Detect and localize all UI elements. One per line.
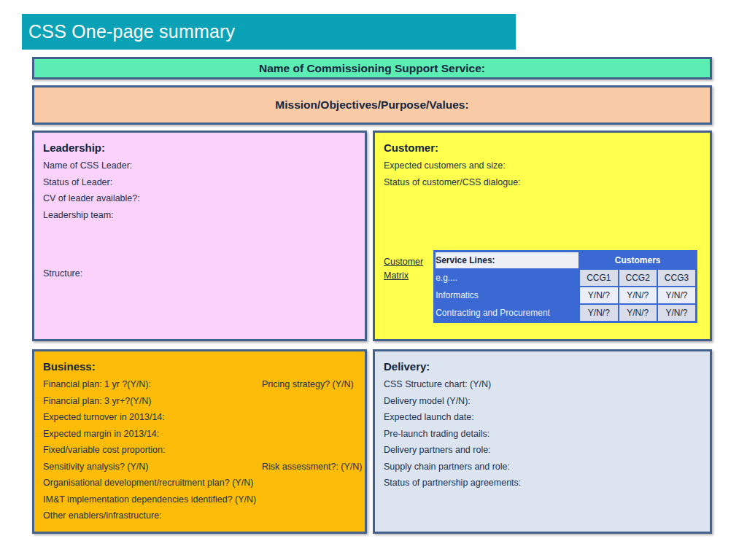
business-field: Fixed/variable cost proportion: — [43, 445, 165, 455]
delivery-field: Delivery partners and role: — [384, 442, 701, 459]
business-field: Sensitivity analysis? (Y/N) — [43, 462, 149, 472]
business-field: IM&T implementation dependencies identif… — [43, 494, 256, 505]
delivery-field: Supply chain partners and role: — [384, 459, 701, 475]
slide-canvas: CSS One-page summary Name of Commissioni… — [0, 0, 747, 560]
matrix-cell: Y/N/? — [619, 305, 657, 321]
business-row: Financial plan: 1 yr ?(Y/N): Pricing str… — [43, 376, 356, 393]
business-row: IM&T implementation dependencies identif… — [43, 491, 356, 508]
matrix-service-lines-header: Service Lines: — [436, 252, 578, 268]
business-row: Financial plan: 3 yr+?(Y/N) — [43, 393, 356, 410]
leadership-title: Leadership: — [43, 139, 356, 158]
matrix-row-label: Contracting and Procurement — [436, 305, 578, 321]
customer-field: Status of customer/CSS dialogue: — [384, 174, 701, 191]
matrix-cell: CCG1 — [580, 270, 617, 286]
mission-label: Mission/Objectives/Purpose/Values: — [275, 98, 468, 112]
business-field: Financial plan: 3 yr+?(Y/N) — [43, 396, 151, 406]
table-row: Informatics Y/N/? Y/N/? Y/N/? — [436, 287, 695, 303]
delivery-field: Expected launch date: — [384, 409, 701, 426]
business-title: Business: — [43, 357, 356, 376]
business-field: Organisational development/recruitment p… — [43, 478, 253, 488]
delivery-title: Delivery: — [384, 357, 701, 376]
leadership-field: Status of Leader: — [43, 174, 356, 191]
business-row: Organisational development/recruitment p… — [43, 475, 356, 491]
leadership-panel: Leadership: Name of CSS Leader: Status o… — [32, 131, 367, 341]
customer-matrix-section: Customer Matrix Service Lines: Customers… — [384, 250, 704, 323]
matrix-row-label: e.g.... — [436, 270, 578, 286]
matrix-cell: Y/N/? — [580, 305, 617, 321]
matrix-cell: Y/N/? — [658, 305, 695, 321]
matrix-cell: Y/N/? — [619, 287, 657, 303]
business-field: Financial plan: 1 yr ?(Y/N): — [43, 379, 151, 389]
matrix-header-row: Service Lines: Customers — [436, 252, 695, 268]
business-row: Other enablers/infrastructure: — [43, 508, 356, 524]
business-row: Fixed/variable cost proportion: — [43, 442, 356, 459]
customer-panel: Customer: Expected customers and size: S… — [373, 131, 712, 341]
business-row: Sensitivity analysis? (Y/N) Risk assessm… — [43, 459, 356, 475]
business-row: Expected margin in 2013/14: — [43, 426, 356, 443]
business-panel: Business: Financial plan: 1 yr ?(Y/N): P… — [32, 349, 367, 534]
slide-title-bar: CSS One-page summary — [22, 14, 516, 50]
name-of-service-banner: Name of Commissioning Support Service: — [32, 57, 712, 79]
table-row: Contracting and Procurement Y/N/? Y/N/? … — [436, 305, 695, 321]
leadership-field: CV of leader available?: — [43, 190, 356, 207]
delivery-panel: Delivery: CSS Structure chart: (Y/N) Del… — [373, 349, 712, 534]
leadership-field: Name of CSS Leader: — [43, 158, 356, 174]
customer-title: Customer: — [384, 139, 701, 158]
name-of-service-label: Name of Commissioning Support Service: — [259, 62, 485, 75]
customer-matrix-link[interactable]: Customer Matrix — [384, 255, 423, 282]
table-row: e.g.... CCG1 CCG2 CCG3 — [436, 270, 695, 286]
matrix-cell: Y/N/? — [658, 287, 695, 303]
matrix-cell: CCG2 — [619, 270, 657, 286]
matrix-row-label: Informatics — [436, 287, 578, 303]
matrix-cell: CCG3 — [658, 270, 695, 286]
slide-title: CSS One-page summary — [28, 21, 235, 42]
customer-field: Expected customers and size: — [384, 158, 701, 174]
business-row: Expected turnover in 2013/14: — [43, 409, 356, 426]
delivery-field: Pre-launch trading details: — [384, 426, 701, 443]
business-field: Expected turnover in 2013/14: — [43, 412, 165, 422]
customer-matrix-table: Service Lines: Customers e.g.... CCG1 CC… — [433, 250, 697, 323]
delivery-field: Status of partnership agreements: — [384, 475, 701, 491]
leadership-structure-field: Structure: — [43, 265, 356, 282]
business-field-right: Pricing strategy? (Y/N) — [262, 376, 354, 393]
leadership-field: Leadership team: — [43, 207, 356, 224]
business-field: Expected margin in 2013/14: — [43, 429, 159, 439]
mission-banner: Mission/Objectives/Purpose/Values: — [32, 85, 712, 125]
matrix-cell: Y/N/? — [580, 287, 617, 303]
matrix-customers-header: Customers — [580, 252, 695, 268]
customer-matrix-link-line2: Matrix — [384, 269, 423, 283]
customer-matrix-link-line1: Customer — [384, 255, 423, 269]
business-field-right: Risk assessment?: (Y/N) — [262, 459, 363, 475]
delivery-field: Delivery model (Y/N): — [384, 393, 701, 410]
delivery-field: CSS Structure chart: (Y/N) — [384, 376, 701, 393]
business-field: Other enablers/infrastructure: — [43, 510, 162, 521]
